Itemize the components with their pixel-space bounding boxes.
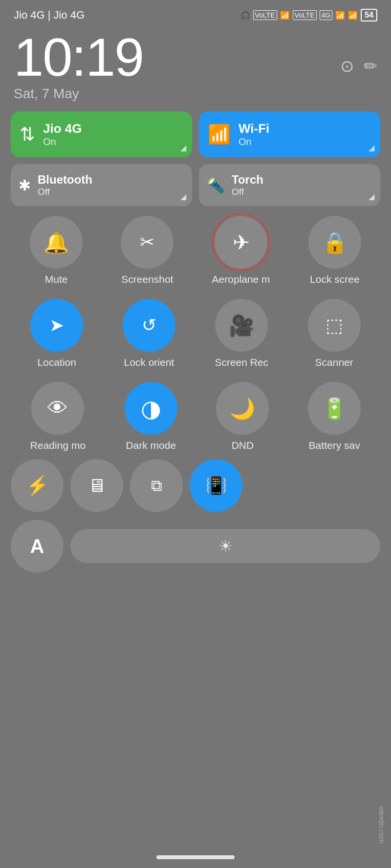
jio4g-tile[interactable]: ⇅ Jio 4G On ◢ (11, 111, 192, 157)
mute-icon: 🔔 (43, 231, 69, 254)
flash-btn[interactable]: ⚡ (11, 459, 64, 512)
darkmode-item[interactable]: ◑ Dark mode (125, 382, 177, 451)
lockorient-btn[interactable]: ↺ (123, 299, 175, 352)
mute-label: Mute (45, 274, 68, 285)
readingmode-icon: 👁 (47, 397, 68, 420)
location-item[interactable]: ➤ Location (30, 299, 83, 368)
aeroplane-btn[interactable]: ✈ (215, 216, 267, 269)
home-bar[interactable] (156, 855, 235, 859)
carrier-text: Jio 4G | Jio 4G (14, 9, 85, 21)
vibrate-icon: 📳 (205, 475, 227, 496)
volte1-icon: VoLTE (253, 10, 277, 20)
tiles-row-2: ✱ Bluetooth Off ◢ 🔦 Torch Off ◢ (11, 164, 380, 206)
tiles-row-1: ⇅ Jio 4G On ◢ 📶 Wi-Fi On ◢ (11, 111, 380, 157)
mute-btn[interactable]: 🔔 (30, 216, 83, 269)
4g-icon: 4G (320, 10, 333, 20)
edit-icon[interactable]: ✏ (364, 56, 377, 76)
status-bar: Jio 4G | Jio 4G 🎧 VoLTE 📶 VoLTE 4G 📶 📶 5… (0, 0, 391, 25)
bluetooth-tile[interactable]: ✱ Bluetooth Off ◢ (11, 164, 192, 206)
vibrate-btn[interactable]: 📳 (190, 459, 242, 512)
batterysav-btn[interactable]: 🔋 (308, 382, 361, 435)
battery-level: 54 (365, 11, 373, 19)
location-btn[interactable]: ➤ (30, 299, 83, 352)
jio4g-status: On (43, 136, 82, 148)
signal2-icon: 📶 (335, 11, 345, 20)
link-btn[interactable]: ⧉ (130, 459, 183, 512)
readingmode-label: Reading mo (30, 440, 86, 451)
status-icons: 🎧 VoLTE 📶 VoLTE 4G 📶 📶 54 (240, 9, 377, 21)
screenrec-item[interactable]: 🎥 Screen Rec (215, 299, 268, 368)
signal1-icon: 📶 (280, 11, 290, 20)
settings-icon[interactable]: ⊙ (340, 56, 354, 76)
desktop-btn[interactable]: 🖥 (70, 459, 123, 512)
bottom-row: ⚡ 🖥 ⧉ 📳 (0, 456, 391, 515)
font-icon: A (30, 535, 44, 557)
clock-block: 10:19 Sat, 7 May (14, 30, 143, 102)
readingmode-btn[interactable]: 👁 (31, 382, 84, 435)
torch-tile[interactable]: 🔦 Torch Off ◢ (199, 164, 380, 206)
bluetooth-icon: ✱ (19, 177, 31, 194)
screenshot-icon: ✂ (140, 232, 154, 253)
circle-row-1: 🔔 Mute ✂ Screenshot ✈ Aeroplane m 🔒 Lock… (11, 216, 380, 285)
battery-indicator: 54 (361, 9, 377, 21)
location-label: Location (38, 357, 76, 368)
scanner-icon: ⬚ (326, 315, 343, 336)
lockorient-icon: ↺ (142, 315, 156, 336)
darkmode-label: Dark mode (126, 440, 176, 451)
screenrec-btn[interactable]: 🎥 (215, 299, 268, 352)
screenshot-item[interactable]: ✂ Screenshot (121, 216, 174, 285)
wifi-tile[interactable]: 📶 Wi-Fi On ◢ (199, 111, 380, 157)
circle-row-2: ➤ Location ↺ Lock orient 🎥 Screen Rec ⬚ … (11, 299, 380, 368)
volte2-icon: VoLTE (293, 10, 317, 20)
quick-tiles-section: ⇅ Jio 4G On ◢ 📶 Wi-Fi On ◢ ✱ Bluetooth O… (0, 106, 391, 211)
dnd-icon: 🌙 (230, 397, 255, 421)
torch-status: Off (232, 187, 263, 197)
flash-icon: ⚡ (26, 475, 49, 496)
batterysav-item[interactable]: 🔋 Battery sav (308, 382, 361, 451)
font-size-btn[interactable]: A (11, 520, 64, 572)
clock-action-icons[interactable]: ⊙ ✏ (340, 56, 377, 76)
torch-arrow: ◢ (369, 192, 374, 201)
scanner-btn[interactable]: ⬚ (308, 299, 361, 352)
headphone-icon: 🎧 (240, 11, 250, 20)
watermark: wexdn.com (378, 806, 386, 844)
mute-item[interactable]: 🔔 Mute (30, 216, 83, 285)
lockorient-label: Lock orient (124, 357, 174, 368)
aeroplane-icon: ✈ (233, 231, 250, 254)
dnd-btn[interactable]: 🌙 (216, 382, 269, 435)
wifi-text: Wi-Fi On (239, 121, 269, 148)
torch-name: Torch (232, 173, 263, 187)
aeroplane-item[interactable]: ✈ Aeroplane m (212, 216, 270, 285)
batterysav-icon: 🔋 (322, 397, 347, 421)
screenrec-icon: 🎥 (229, 314, 254, 338)
screenshot-btn[interactable]: ✂ (121, 216, 174, 269)
brightness-slider[interactable]: ☀ (70, 529, 380, 563)
lockscreen-item[interactable]: 🔒 Lock scree (308, 216, 361, 285)
clock-time: 10:19 (14, 30, 143, 84)
lockscreen-btn[interactable]: 🔒 (308, 216, 361, 269)
bluetooth-status: Off (38, 187, 92, 197)
aeroplane-label: Aeroplane m (212, 274, 270, 285)
desktop-icon: 🖥 (87, 475, 106, 496)
darkmode-btn[interactable]: ◑ (125, 382, 177, 435)
readingmode-item[interactable]: 👁 Reading mo (30, 382, 86, 451)
bluetooth-name: Bluetooth (38, 173, 92, 187)
jio4g-arrow: ◢ (180, 143, 186, 152)
wifi-status: On (239, 136, 269, 148)
jio4g-text: Jio 4G On (43, 121, 82, 148)
screenshot-label: Screenshot (121, 274, 173, 285)
batterysav-label: Battery sav (309, 440, 360, 451)
wifi-arrow: ◢ (369, 143, 374, 152)
clock-date: Sat, 7 May (14, 86, 143, 102)
lockorient-item[interactable]: ↺ Lock orient (123, 299, 175, 368)
location-icon: ➤ (49, 315, 64, 336)
jio4g-name: Jio 4G (43, 121, 82, 136)
dnd-item[interactable]: 🌙 DND (216, 382, 269, 451)
torch-text: Torch Off (232, 173, 263, 197)
clock-section: 10:19 Sat, 7 May ⊙ ✏ (0, 25, 391, 106)
screenrec-label: Screen Rec (215, 357, 268, 368)
darkmode-icon: ◑ (141, 395, 161, 422)
brightness-icon: ☀ (218, 537, 233, 555)
scanner-item[interactable]: ⬚ Scanner (308, 299, 361, 368)
lockscreen-icon: 🔒 (322, 231, 348, 254)
